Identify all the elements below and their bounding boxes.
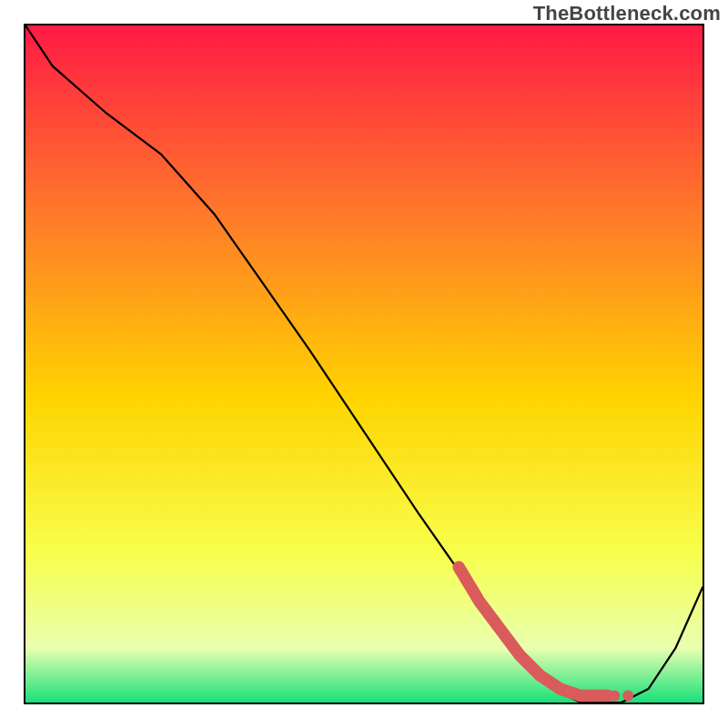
highlight-dot xyxy=(622,691,633,702)
highlight-dot xyxy=(609,691,620,702)
highlight-segment xyxy=(459,567,608,695)
plot-border xyxy=(24,24,704,704)
chart-frame: TheBottleneck.com xyxy=(0,0,728,728)
plot-area xyxy=(25,25,703,703)
watermark-text: TheBottleneck.com xyxy=(533,2,721,25)
highlight-dots xyxy=(609,691,633,702)
highlight-overlay xyxy=(25,25,703,703)
